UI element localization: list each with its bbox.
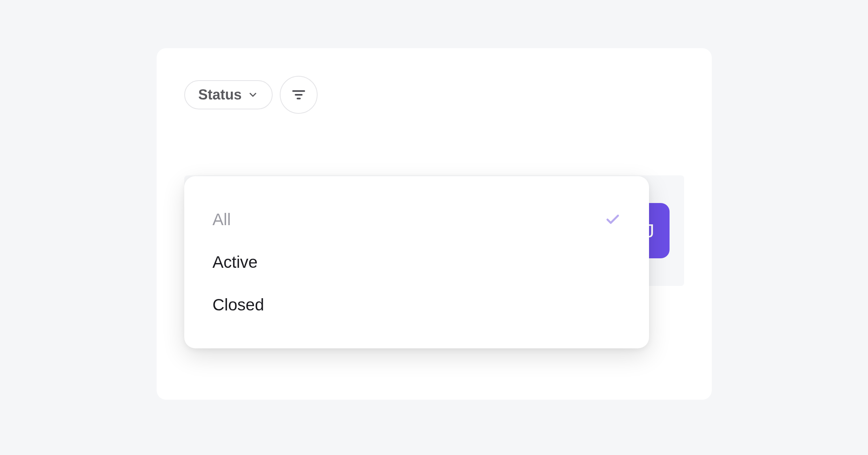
dropdown-option-label: Closed: [213, 295, 264, 314]
filter-row: Status: [184, 76, 684, 114]
filter-icon: [291, 87, 306, 102]
chevron-down-icon: [247, 89, 258, 100]
dropdown-option-label: All: [213, 210, 231, 229]
dropdown-option-label: Active: [213, 253, 258, 272]
dropdown-option-active[interactable]: Active: [184, 241, 649, 284]
dropdown-option-all[interactable]: All: [184, 198, 649, 241]
status-label: Status: [198, 86, 242, 103]
check-icon: [605, 212, 621, 228]
filter-button[interactable]: [280, 76, 318, 114]
status-dropdown-menu: All Active Closed: [184, 176, 649, 348]
filter-card: Status J All: [157, 48, 712, 400]
dropdown-option-closed[interactable]: Closed: [184, 284, 649, 326]
status-dropdown-button[interactable]: Status: [184, 80, 273, 109]
